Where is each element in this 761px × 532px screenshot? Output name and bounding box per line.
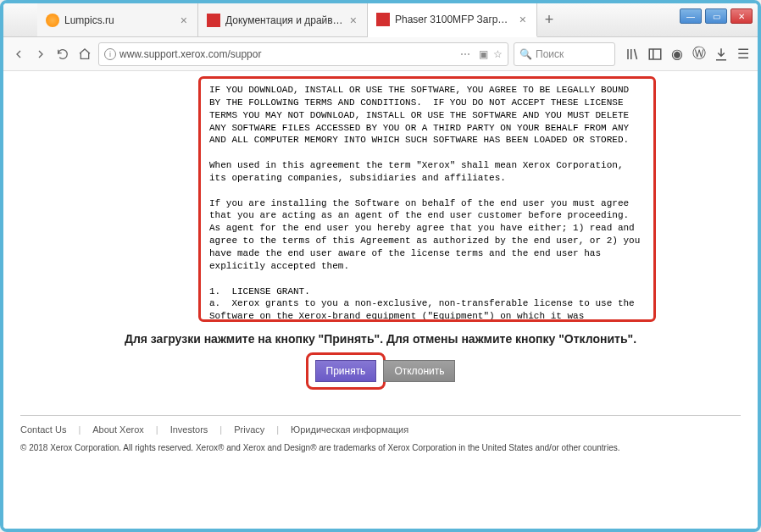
tab-title: Документация и драйверы	[225, 14, 343, 26]
sidebar-icon[interactable]	[647, 47, 663, 62]
bookmark-icon[interactable]: ☆	[493, 48, 503, 60]
more-icon[interactable]: ⋯	[457, 48, 474, 60]
search-bar[interactable]: 🔍 Поиск	[514, 42, 615, 66]
url-actions: ⋯ ▣ ☆	[457, 48, 503, 60]
footer-link-legal[interactable]: Юридическая информация	[291, 424, 408, 435]
tab-bar: Lumpics.ru × Документация и драйверы × P…	[3, 3, 758, 37]
downloads-icon[interactable]	[714, 47, 729, 62]
reader-icon[interactable]: ▣	[479, 48, 488, 60]
back-button[interactable]	[10, 46, 27, 63]
accept-button[interactable]: Принять	[315, 360, 377, 382]
tab-documentation[interactable]: Документация и драйверы ×	[198, 3, 368, 36]
footer-link-investors[interactable]: Investors	[170, 424, 208, 435]
close-window-button[interactable]: ✕	[730, 8, 753, 24]
accept-highlight: Принять	[306, 352, 386, 390]
site-info-icon[interactable]: i	[104, 48, 116, 60]
forward-button[interactable]	[32, 46, 49, 63]
svg-rect-0	[649, 49, 661, 59]
url-text: www.support.xerox.com/suppor	[119, 48, 261, 60]
favicon-icon	[207, 14, 220, 27]
library-icon[interactable]	[625, 47, 641, 62]
close-icon[interactable]: ×	[179, 14, 189, 27]
close-icon[interactable]: ×	[518, 13, 528, 26]
tab-lumpics[interactable]: Lumpics.ru ×	[37, 3, 198, 36]
footer-link-privacy[interactable]: Privacy	[234, 424, 264, 435]
close-icon[interactable]: ×	[348, 14, 358, 27]
footer-separator	[20, 415, 741, 416]
favicon-icon	[376, 13, 390, 26]
toolbar-extensions: ◉ Ⓦ ☰	[620, 47, 751, 62]
decline-button[interactable]: Отклонить	[383, 360, 455, 382]
search-icon: 🔍	[519, 48, 532, 60]
footer-link-about[interactable]: About Xerox	[92, 424, 144, 435]
search-placeholder: Поиск	[536, 48, 564, 60]
download-instruction: Для загрузки нажмите на кнопку "Принять"…	[54, 332, 707, 346]
favicon-icon	[46, 14, 59, 27]
maximize-button[interactable]: ▭	[705, 8, 727, 24]
license-agreement-box: IF YOU DOWNLOAD, INSTALL OR USE THE SOFT…	[198, 76, 656, 322]
footer-links: Contact Us | About Xerox | Investors | P…	[20, 424, 741, 435]
footer-link-contact[interactable]: Contact Us	[20, 424, 66, 435]
button-row: Принять Отклонить	[20, 352, 741, 390]
address-bar[interactable]: i www.support.xerox.com/suppor ⋯ ▣ ☆	[98, 42, 508, 66]
menu-icon[interactable]: ☰	[736, 47, 751, 62]
extension-icon[interactable]: ◉	[669, 47, 685, 62]
home-button[interactable]	[76, 46, 93, 63]
minimize-button[interactable]: —	[680, 8, 702, 24]
copyright-text: © 2018 Xerox Corporation. All rights res…	[20, 443, 741, 452]
browser-window: Lumpics.ru × Документация и драйверы × P…	[0, 0, 761, 532]
page-content: IF YOU DOWNLOAD, INSTALL OR USE THE SOFT…	[3, 71, 758, 529]
window-controls: — ▭ ✕	[680, 8, 753, 24]
tab-phaser-download[interactable]: Phaser 3100MFP Загрузка ×	[368, 3, 537, 37]
new-tab-button[interactable]: +	[537, 3, 561, 36]
license-text: IF YOU DOWNLOAD, INSTALL OR USE THE SOFT…	[209, 84, 645, 322]
tab-title: Phaser 3100MFP Загрузка	[395, 14, 513, 25]
reload-button[interactable]	[54, 46, 71, 63]
extension-icon[interactable]: Ⓦ	[692, 47, 707, 62]
navigation-bar: i www.support.xerox.com/suppor ⋯ ▣ ☆ 🔍 П…	[3, 37, 758, 71]
tab-title: Lumpics.ru	[64, 14, 174, 26]
